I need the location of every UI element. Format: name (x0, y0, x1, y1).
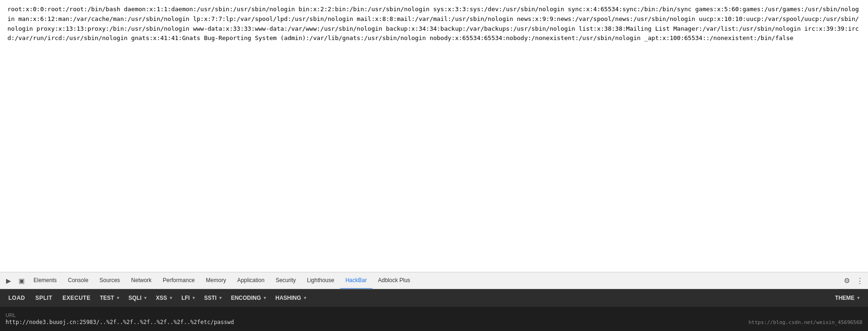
url-left: URL http://node3.buuoj.cn:25983/..%2f..%… (6, 312, 234, 325)
execute-button[interactable]: EXECUTE (58, 293, 95, 303)
encoding-arrow: ▼ (263, 296, 267, 300)
hashing-dropdown[interactable]: HASHING ▼ (272, 293, 311, 303)
tab-network[interactable]: Network (126, 272, 157, 289)
ssti-arrow: ▼ (219, 296, 223, 300)
settings-icon[interactable]: ⚙ (840, 274, 853, 287)
devtools-tab-bar: ▶ ▣ Elements Console Sources Network Per… (0, 272, 868, 289)
xss-dropdown[interactable]: XSS ▼ (152, 293, 177, 303)
url-bar: URL http://node3.buuoj.cn:25983/..%2f..%… (0, 307, 868, 331)
tab-hackbar[interactable]: HackBar (340, 272, 372, 289)
theme-dropdown[interactable]: THEME ▼ (831, 293, 864, 303)
xss-arrow: ▼ (169, 296, 173, 300)
tab-application[interactable]: Application (232, 272, 270, 289)
load-button[interactable]: LOAD (4, 293, 30, 303)
encoding-dropdown[interactable]: ENCODING ▼ (227, 293, 271, 303)
tab-adblock[interactable]: Adblock Plus (372, 272, 416, 289)
tab-elements[interactable]: Elements (28, 272, 62, 289)
url-hint: https://blog.csdn.net/weixin_45696568 (749, 319, 862, 325)
test-dropdown[interactable]: TEST ▼ (96, 293, 124, 303)
inspector-icon[interactable]: ▶ (2, 274, 15, 287)
tab-performance[interactable]: Performance (157, 272, 200, 289)
browser-content: root:x:0:0:root:/root:/bin/bash daemon:x… (0, 0, 868, 200)
tab-sources[interactable]: Sources (94, 272, 126, 289)
sqli-dropdown[interactable]: SQLI ▼ (125, 293, 151, 303)
more-options-icon[interactable]: ⋮ (853, 274, 866, 287)
lfi-arrow: ▼ (192, 296, 196, 300)
tab-lighthouse[interactable]: Lighthouse (301, 272, 340, 289)
hashing-arrow: ▼ (303, 296, 307, 300)
tab-memory[interactable]: Memory (200, 272, 232, 289)
split-button[interactable]: SPLIT (31, 293, 57, 303)
lfi-dropdown[interactable]: LFI ▼ (178, 293, 199, 303)
theme-arrow: ▼ (856, 296, 861, 300)
page-text: root:x:0:0:root:/root:/bin/bash daemon:x… (7, 6, 859, 41)
tab-console[interactable]: Console (62, 272, 94, 289)
url-label: URL (6, 312, 234, 318)
devtools-panel: ▶ ▣ Elements Console Sources Network Per… (0, 272, 868, 331)
url-bar-row: URL http://node3.buuoj.cn:25983/..%2f..%… (6, 312, 862, 325)
hackbar-toolbar: LOAD SPLIT EXECUTE TEST ▼ SQLI ▼ XSS ▼ L… (0, 289, 868, 307)
url-value[interactable]: http://node3.buuoj.cn:25983/..%2f..%2f..… (6, 319, 234, 325)
tab-security[interactable]: Security (270, 272, 301, 289)
ssti-dropdown[interactable]: SSTI ▼ (200, 293, 226, 303)
device-toolbar-icon[interactable]: ▣ (15, 274, 28, 287)
test-arrow: ▼ (116, 296, 120, 300)
sqli-arrow: ▼ (143, 296, 147, 300)
